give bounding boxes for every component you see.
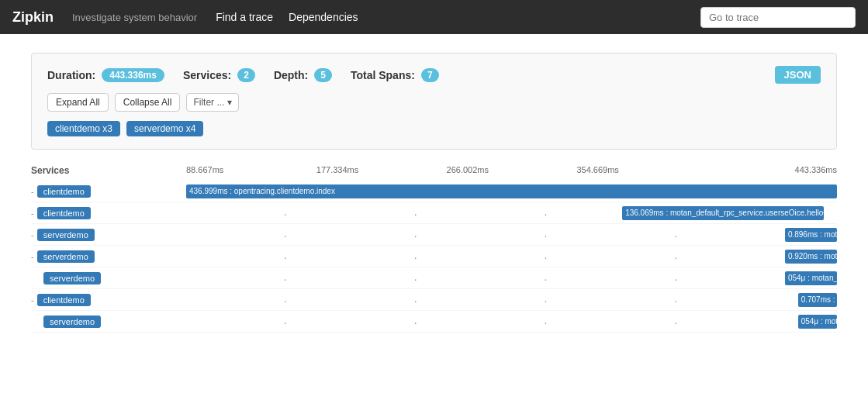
timeline-cell: ····0.920ms : motan_de	[186, 246, 837, 267]
total-spans-item: Total Spans: 7	[351, 68, 439, 82]
timeline-dot: ·	[284, 208, 287, 220]
timeline-dot: ·	[674, 316, 677, 329]
expand-all-button[interactable]: Expand All	[47, 93, 109, 112]
nav-find-trace[interactable]: Find a trace	[216, 11, 273, 23]
table-row: -clientdemo····436.999ms : opentracing.c…	[31, 181, 837, 202]
total-spans-value: 7	[421, 68, 439, 82]
summary-row: Duration: 443.336ms Services: 2 Depth: 5…	[47, 66, 821, 84]
timeline-dot: ·	[284, 273, 287, 285]
service-badge[interactable]: clientdemo	[37, 294, 91, 306]
timeline-dot: ·	[544, 273, 547, 285]
duration-value: 443.336ms	[102, 68, 164, 82]
nav-dependencies[interactable]: Dependencies	[289, 11, 358, 23]
span-bar[interactable]: 0.920ms : motan_de	[785, 250, 837, 264]
timeline-dot: ·	[674, 229, 677, 242]
services-value: 2	[237, 68, 255, 82]
timeline-dot: ·	[414, 229, 417, 242]
trace-rows: -clientdemo····436.999ms : opentracing.c…	[31, 181, 837, 333]
service-cell: serverdemo	[31, 316, 186, 328]
timeline-label-3: 266.002ms	[447, 165, 577, 179]
timeline-dot: ·	[674, 295, 677, 307]
timeline-dot: ·	[414, 251, 417, 264]
services-header: Services	[31, 165, 186, 179]
indent-icon: -	[31, 252, 34, 261]
timeline-dot: ·	[414, 295, 417, 307]
service-tag-serverdemo[interactable]: serverdemo x4	[126, 121, 203, 136]
indent-icon: -	[31, 230, 34, 240]
timeline-label-2: 177.334ms	[316, 165, 447, 179]
timeline-label-4: 354.669ms	[576, 165, 707, 179]
navbar-tagline: Investigate system behavior	[72, 12, 197, 23]
timeline-dot: ·	[414, 208, 417, 220]
span-bar-container: ···136.069ms : motan_default_rpc_service…	[186, 206, 837, 220]
span-bar-container: ····054μ : motan_jboot_s	[186, 271, 837, 285]
span-bar-container: ····0.920ms : motan_de	[186, 250, 837, 264]
table-row: -clientdemo····0.707ms : mo	[31, 289, 837, 311]
summary-panel: Duration: 443.336ms Services: 2 Depth: 5…	[31, 53, 837, 150]
span-bar[interactable]: 0.896ms : motan_jbo	[785, 228, 837, 242]
timeline-dot: ·	[544, 316, 547, 329]
main-content: Duration: 443.336ms Services: 2 Depth: 5…	[0, 34, 868, 351]
navbar: Zipkin Investigate system behavior Find …	[0, 0, 868, 34]
table-row: serverdemo····054μ : mota	[31, 311, 837, 333]
span-bar-container: ····436.999ms : opentracing.clientdemo.i…	[186, 184, 837, 198]
duration-item: Duration: 443.336ms	[47, 68, 164, 82]
chevron-down-icon: ▾	[227, 97, 232, 108]
service-badge[interactable]: clientdemo	[37, 207, 91, 219]
timeline-dot: ·	[284, 295, 287, 307]
services-label: Services:	[183, 69, 231, 81]
filter-dropdown[interactable]: Filter ... ▾	[186, 93, 239, 112]
timeline-cell: ···136.069ms : motan_default_rpc_service…	[186, 202, 837, 223]
table-row: serverdemo····054μ : motan_jboot_s	[31, 267, 837, 289]
timeline-labels: 88.667ms 177.334ms 266.002ms 354.669ms 4…	[186, 165, 837, 179]
timeline-dot: ·	[544, 295, 547, 307]
timeline-cell: ····0.896ms : motan_jbo	[186, 224, 837, 245]
total-spans-label: Total Spans:	[351, 69, 415, 81]
span-bar[interactable]: 054μ : mota	[798, 315, 837, 329]
timeline-cell: ····0.707ms : mo	[186, 289, 837, 310]
duration-label: Duration:	[47, 69, 95, 81]
indent-icon: -	[31, 187, 34, 196]
indent-icon: -	[31, 209, 34, 218]
timeline-dot: ·	[674, 251, 677, 264]
depth-item: Depth: 5	[274, 68, 332, 82]
timeline-dot: ·	[544, 208, 547, 220]
service-cell: -clientdemo	[31, 207, 186, 219]
brand-logo: Zipkin	[12, 9, 54, 26]
service-badge[interactable]: serverdemo	[37, 229, 95, 241]
collapse-all-button[interactable]: Collapse All	[115, 93, 181, 112]
table-row: -clientdemo···136.069ms : motan_default_…	[31, 202, 837, 224]
service-cell: serverdemo	[31, 272, 186, 284]
span-bar[interactable]: 054μ : motan_jboot_s	[785, 271, 837, 285]
timeline-cell: ····054μ : motan_jboot_s	[186, 267, 837, 288]
timeline-dot: ·	[414, 273, 417, 285]
service-cell: -serverdemo	[31, 250, 186, 263]
span-bar[interactable]: 436.999ms : opentracing.clientdemo.index	[186, 184, 837, 198]
service-tag-clientdemo[interactable]: clientdemo x3	[47, 121, 120, 136]
service-badge[interactable]: clientdemo	[37, 185, 91, 198]
span-bar[interactable]: 136.069ms : motan_default_rpc_service.us…	[622, 206, 824, 220]
timeline-dot: ·	[284, 229, 287, 242]
timeline-dot: ·	[284, 251, 287, 264]
service-badge[interactable]: serverdemo	[43, 316, 101, 328]
span-bar-container: ····054μ : mota	[186, 315, 837, 329]
timeline-label-5: 443.336ms	[707, 165, 837, 179]
navbar-search	[700, 7, 856, 28]
service-badge[interactable]: serverdemo	[37, 250, 95, 263]
indent-icon: -	[31, 295, 34, 305]
service-badge[interactable]: serverdemo	[43, 272, 101, 284]
span-bar-container: ····0.707ms : mo	[186, 293, 837, 307]
timeline-dot: ·	[544, 251, 547, 264]
service-cell: -clientdemo	[31, 294, 186, 306]
service-tags: clientdemo x3 serverdemo x4	[47, 121, 821, 136]
controls-row: Expand All Collapse All Filter ... ▾	[47, 93, 821, 112]
timeline-dot: ·	[674, 273, 677, 285]
timeline-cell: ····054μ : mota	[186, 311, 837, 332]
span-bar[interactable]: 0.707ms : mo	[798, 293, 837, 307]
json-button[interactable]: JSON	[775, 66, 821, 84]
timeline-cell: ····436.999ms : opentracing.clientdemo.i…	[186, 181, 837, 202]
depth-value: 5	[314, 68, 332, 82]
table-row: -serverdemo····0.920ms : motan_de	[31, 246, 837, 267]
timeline-dot: ·	[414, 316, 417, 329]
go-to-trace-input[interactable]	[700, 7, 856, 28]
